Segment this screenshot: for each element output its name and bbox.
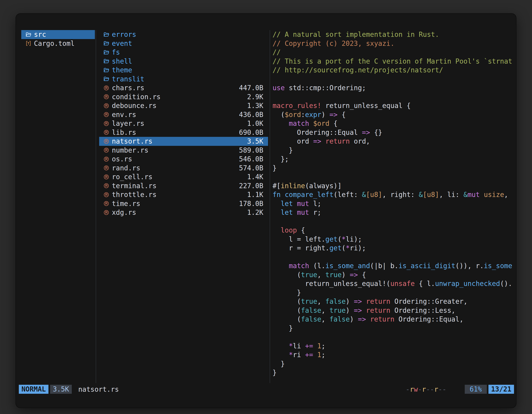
rust-file-icon xyxy=(103,192,109,198)
status-filename: natsort.rs xyxy=(78,385,119,393)
file-name: rand.rs xyxy=(112,164,140,172)
file-name: src xyxy=(34,30,46,39)
pane-separator-left xyxy=(96,30,96,383)
code-line: } xyxy=(273,359,516,368)
pane-separator-right xyxy=(270,30,270,383)
code-line: // A natural sort implementation in Rust… xyxy=(273,30,516,39)
file-row-lib.rs[interactable]: lib.rs690.0B xyxy=(99,128,268,137)
file-name: Cargo.toml xyxy=(34,39,75,48)
code-token xyxy=(273,226,281,234)
file-row-natsort.rs[interactable]: natsort.rs3.5K xyxy=(99,137,268,146)
code-token: false xyxy=(301,315,321,323)
file-row-condition.rs[interactable]: condition.rs2.9K xyxy=(99,92,268,101)
code-token: let xyxy=(281,208,293,216)
file-row-event[interactable]: event xyxy=(99,39,268,48)
code-line: l = left.get(*li); xyxy=(273,235,516,244)
code-line: loop { xyxy=(273,226,516,235)
file-size: 1.4K xyxy=(247,173,263,181)
code-token: (l. xyxy=(309,262,325,270)
code-token: ()), r. xyxy=(455,262,484,270)
code-token xyxy=(362,298,366,305)
code-token: (). xyxy=(500,279,512,288)
code-token: { xyxy=(338,111,346,119)
file-row-throttle.rs[interactable]: throttle.rs1.1K xyxy=(99,190,268,199)
code-token: }; xyxy=(273,155,289,163)
code-token: return xyxy=(325,137,350,145)
code-token xyxy=(273,208,281,216)
file-name: number.rs xyxy=(112,146,148,154)
file-row-shell[interactable]: shell xyxy=(99,57,268,66)
folder-icon xyxy=(103,58,109,64)
file-row-number.rs[interactable]: number.rs589.0B xyxy=(99,146,268,155)
code-token: true xyxy=(329,306,346,314)
file-row-env.rs[interactable]: env.rs436.0B xyxy=(99,110,268,119)
code-token: , xyxy=(317,271,325,279)
yazi-window: srcCargo.toml errorseventfsshellthemetra… xyxy=(16,14,516,408)
file-row-Cargo.toml[interactable]: Cargo.toml xyxy=(21,39,95,48)
code-token: loop xyxy=(281,226,297,234)
file-name: os.rs xyxy=(112,155,132,163)
toml-file-icon xyxy=(25,40,31,47)
file-row-layer.rs[interactable]: layer.rs1.0K xyxy=(99,119,268,128)
code-token: { xyxy=(297,226,305,234)
code-token: ( xyxy=(273,315,301,323)
file-name: debounce.rs xyxy=(112,102,157,110)
code-token: => xyxy=(313,137,321,145)
code-token xyxy=(273,262,289,270)
code-line: ($ord:expr) => { xyxy=(273,110,516,119)
file-row-errors[interactable]: errors xyxy=(99,30,268,39)
file-row-xdg.rs[interactable]: xdg.rs1.2K xyxy=(99,208,268,217)
code-token: ; xyxy=(321,351,325,359)
file-size: 447.0B xyxy=(239,84,263,92)
file-row-theme[interactable]: theme xyxy=(99,66,268,75)
code-token: ( xyxy=(342,244,346,252)
code-token: * xyxy=(346,244,350,252)
code-token xyxy=(362,306,366,314)
code-line xyxy=(273,253,516,262)
code-token: ri xyxy=(293,351,305,359)
code-token: & xyxy=(362,191,366,199)
code-token: : xyxy=(301,111,305,119)
folder-icon xyxy=(103,76,109,82)
code-line: match (l.is_some_and(|b| b.is_ascii_digi… xyxy=(273,261,516,270)
code-token: Ordering::Equal xyxy=(273,128,362,136)
rust-file-icon xyxy=(103,120,109,127)
code-line: Ordering::Equal => {} xyxy=(273,128,516,137)
code-token xyxy=(273,119,289,127)
file-row-translit[interactable]: translit xyxy=(99,75,268,84)
code-token: (|b| b. xyxy=(370,262,399,270)
code-token: ri); xyxy=(350,244,366,252)
file-name: lib.rs xyxy=(112,128,136,136)
code-line: } xyxy=(273,164,516,173)
file-row-fs[interactable]: fs xyxy=(99,48,268,57)
code-token: let xyxy=(281,200,293,208)
code-token: {} xyxy=(370,128,382,136)
code-token: ) xyxy=(350,315,358,323)
code-line: macro_rules! return_unless_equal { xyxy=(273,101,516,110)
file-row-src[interactable]: src xyxy=(21,30,95,39)
code-line xyxy=(273,333,516,342)
file-size: 1.2K xyxy=(247,208,263,216)
file-row-chars.rs[interactable]: chars.rs447.0B xyxy=(99,83,268,92)
code-token: macro_rules! xyxy=(273,102,321,110)
file-row-rand.rs[interactable]: rand.rs574.0B xyxy=(99,164,268,173)
code-line xyxy=(273,75,516,84)
file-row-debounce.rs[interactable]: debounce.rs1.3K xyxy=(99,101,268,110)
code-token: unwrap_unchecked xyxy=(435,279,500,288)
code-token: // http://sourcefrog.net/projects/natsor… xyxy=(273,66,443,74)
code-token: => xyxy=(350,271,358,279)
file-size: 3.5K xyxy=(247,137,263,145)
code-token: $ord xyxy=(313,119,329,127)
file-row-os.rs[interactable]: os.rs546.0B xyxy=(99,155,268,164)
code-line: } xyxy=(273,288,516,297)
file-name: xdg.rs xyxy=(112,208,136,216)
permission-char: w xyxy=(414,385,418,393)
permission-char: - xyxy=(406,385,410,393)
file-row-ro_cell.rs[interactable]: ro_cell.rs1.4K xyxy=(99,173,268,182)
code-token xyxy=(281,191,285,199)
file-row-time.rs[interactable]: time.rs178.0B xyxy=(99,199,268,208)
file-row-terminal.rs[interactable]: terminal.rs227.0B xyxy=(99,182,268,191)
code-token: } xyxy=(273,360,285,368)
code-line: (false, false) => return Ordering::Equal… xyxy=(273,315,516,324)
code-line: // This is a port of the C version of Ma… xyxy=(273,57,516,66)
